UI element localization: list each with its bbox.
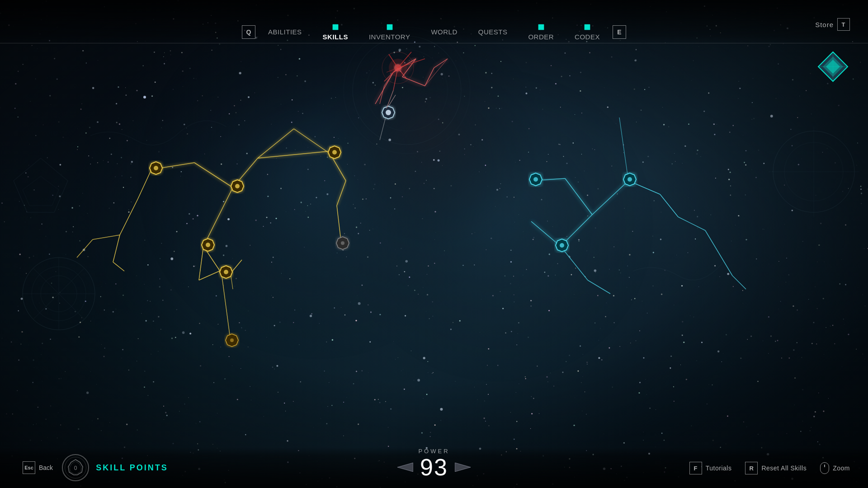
skills-icon bbox=[330, 21, 341, 33]
skill-tree-canvas[interactable] bbox=[0, 0, 868, 488]
nav-item-order[interactable]: Order bbox=[520, 23, 562, 41]
tutorials-label: Tutorials bbox=[706, 465, 732, 472]
svg-point-73 bbox=[332, 150, 337, 155]
svg-line-51 bbox=[705, 230, 719, 253]
svg-line-61 bbox=[434, 59, 448, 68]
nav-item-quests[interactable]: Quests bbox=[470, 28, 516, 36]
svg-marker-114 bbox=[455, 463, 471, 472]
nav-key-e[interactable]: E bbox=[613, 25, 626, 39]
reset-key: R bbox=[745, 462, 758, 474]
svg-point-81 bbox=[230, 338, 234, 342]
skill-node-blue[interactable] bbox=[529, 173, 542, 186]
nav-key-q[interactable]: Q bbox=[242, 25, 255, 39]
svg-line-17 bbox=[194, 163, 233, 188]
svg-line-29 bbox=[294, 129, 330, 154]
svg-point-87 bbox=[627, 177, 632, 182]
svg-line-100 bbox=[387, 90, 393, 108]
svg-line-52 bbox=[719, 253, 732, 276]
svg-point-101 bbox=[143, 96, 146, 99]
svg-line-53 bbox=[732, 276, 746, 289]
skill-node[interactable] bbox=[150, 162, 162, 174]
store-button[interactable]: Store T bbox=[815, 18, 850, 31]
svg-line-56 bbox=[375, 72, 393, 104]
nav-item-abilities[interactable]: Abilities bbox=[260, 28, 310, 36]
nav-divider bbox=[0, 43, 868, 43]
svg-line-31 bbox=[337, 181, 346, 206]
skill-node-central[interactable] bbox=[382, 106, 395, 119]
reset-skills-button[interactable]: R Reset All Skills bbox=[745, 462, 807, 474]
bottom-right-buttons: F Tutorials R Reset All Skills Zoom bbox=[689, 462, 850, 474]
corner-diamond-icon bbox=[816, 50, 850, 85]
svg-line-21 bbox=[199, 246, 203, 280]
nav-item-world[interactable]: World bbox=[423, 28, 465, 36]
inventory-icon bbox=[384, 21, 395, 33]
svg-point-104 bbox=[496, 189, 498, 191]
skill-node-blue[interactable] bbox=[556, 239, 568, 252]
store-key: T bbox=[837, 18, 850, 31]
svg-line-36 bbox=[113, 262, 124, 271]
svg-point-85 bbox=[560, 243, 564, 248]
nav-label-order: Order bbox=[528, 33, 554, 41]
power-value: 93 bbox=[420, 455, 448, 479]
svg-line-41 bbox=[565, 178, 592, 215]
svg-line-20 bbox=[203, 188, 233, 246]
navigation-bar: Q Abilities Skills Inventory World Quest… bbox=[0, 0, 868, 45]
nav-label-inventory: Inventory bbox=[369, 33, 410, 41]
nav-label-quests: Quests bbox=[478, 28, 508, 36]
svg-point-71 bbox=[235, 184, 240, 188]
nav-label-world: World bbox=[431, 28, 457, 36]
svg-point-83 bbox=[533, 177, 538, 182]
svg-line-35 bbox=[113, 235, 120, 262]
svg-marker-111 bbox=[70, 461, 81, 474]
power-arrow-right bbox=[455, 463, 471, 472]
skill-node[interactable] bbox=[328, 146, 341, 159]
zoom-icon bbox=[820, 462, 829, 474]
svg-point-89 bbox=[386, 110, 391, 115]
svg-point-75 bbox=[206, 243, 210, 247]
svg-point-69 bbox=[154, 166, 158, 170]
svg-marker-113 bbox=[397, 463, 413, 472]
skill-points-display: 0 SKILL POINTS bbox=[62, 454, 168, 481]
power-label: POWER bbox=[397, 448, 471, 455]
svg-line-62 bbox=[425, 59, 448, 86]
skill-node[interactable] bbox=[231, 180, 244, 192]
order-icon bbox=[535, 21, 547, 33]
svg-line-48 bbox=[561, 246, 588, 280]
svg-line-22 bbox=[199, 271, 219, 280]
skill-points-label: SKILL POINTS bbox=[96, 463, 168, 473]
nav-item-codex[interactable]: Codex bbox=[566, 23, 608, 41]
nav-label-skills: Skills bbox=[323, 33, 348, 41]
svg-line-55 bbox=[619, 117, 624, 149]
nav-item-inventory[interactable]: Inventory bbox=[361, 23, 418, 41]
svg-line-50 bbox=[678, 217, 705, 230]
svg-line-27 bbox=[258, 151, 328, 158]
svg-line-38 bbox=[77, 239, 93, 258]
back-key[interactable]: Esc bbox=[23, 461, 35, 474]
zoom-button[interactable]: Zoom bbox=[820, 462, 850, 474]
skill-node[interactable] bbox=[226, 334, 238, 347]
svg-point-103 bbox=[438, 160, 440, 162]
nav-label-abilities: Abilities bbox=[268, 28, 302, 36]
skill-node[interactable] bbox=[202, 239, 214, 251]
svg-line-49 bbox=[588, 280, 610, 294]
codex-icon bbox=[581, 21, 593, 33]
tutorials-key: F bbox=[689, 462, 702, 474]
svg-line-34 bbox=[120, 199, 138, 235]
skill-node[interactable] bbox=[336, 237, 349, 249]
svg-line-26 bbox=[222, 273, 231, 341]
back-key-label: Esc bbox=[24, 465, 33, 470]
svg-line-43 bbox=[531, 221, 561, 246]
skill-node[interactable] bbox=[220, 266, 232, 278]
reset-label: Reset All Skills bbox=[761, 465, 807, 472]
nav-label-codex: Codex bbox=[575, 33, 600, 41]
back-label: Back bbox=[39, 464, 53, 471]
svg-line-45 bbox=[592, 181, 628, 215]
skill-node-blue[interactable] bbox=[623, 173, 636, 186]
nav-item-skills[interactable]: Skills bbox=[315, 23, 356, 41]
skill-point-icon: 0 bbox=[62, 454, 89, 481]
store-label: Store bbox=[815, 21, 834, 28]
svg-line-19 bbox=[258, 129, 294, 158]
svg-point-102 bbox=[248, 96, 250, 98]
svg-point-77 bbox=[224, 270, 228, 274]
tutorials-button[interactable]: F Tutorials bbox=[689, 462, 732, 474]
